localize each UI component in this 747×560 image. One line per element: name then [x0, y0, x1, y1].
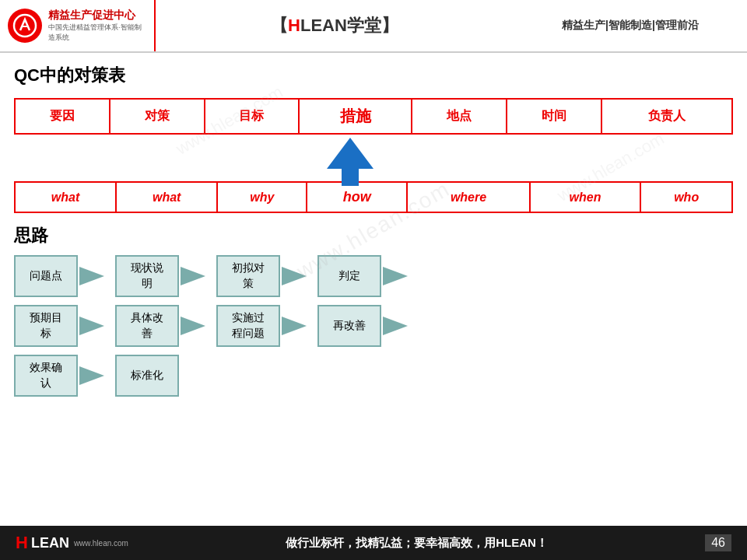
arrow-right-icon-2: [181, 267, 215, 285]
how-row-table: what what why how where when who: [14, 181, 733, 213]
arrow-right-icon-5: [79, 317, 114, 335]
qc-table: 要因 对策 目标 措施 地点 时间 负责人: [14, 98, 733, 135]
footer-h: H: [16, 533, 28, 553]
col-header-1: 对策: [110, 99, 205, 134]
col-header-0: 要因: [15, 99, 110, 134]
cell-when: when: [530, 182, 641, 212]
cell-where: where: [407, 182, 530, 212]
cell-who: who: [640, 182, 732, 212]
col-header-3: 措施: [299, 99, 412, 134]
arrow-right-icon-3: [282, 267, 316, 285]
arrow-head: [327, 138, 374, 169]
arrow-body: [342, 169, 359, 186]
flow-arrow-8: [381, 315, 419, 337]
flow-box-standardize: 标准化: [115, 355, 179, 397]
brand-h: H: [288, 16, 300, 35]
arrow-right-icon-4: [383, 267, 417, 285]
main-content: www.hlean.com www.hlean.com www.hlean.co…: [0, 53, 747, 397]
flow-arrow-2: [179, 265, 216, 287]
table-header-row: 要因 对策 目标 措施 地点 时间 负责人: [15, 99, 732, 134]
footer-page: 46: [705, 534, 731, 551]
flow-arrow-3: [280, 265, 317, 287]
footer-url: www.hlean.com: [74, 539, 128, 548]
flow-box-improve: 具体改善: [115, 305, 179, 347]
cell-what-1: what: [15, 182, 116, 212]
bracket-left: 【: [271, 16, 288, 35]
logo-text: 精益生产促进中心 中国先进精益管理体系·智能制造系统: [48, 9, 146, 43]
silu-title: 思路: [14, 224, 733, 247]
footer-logo: H LEAN www.hlean.com: [16, 533, 128, 553]
flow-box-draft: 初拟对策: [216, 255, 280, 297]
arrow-row: [14, 135, 733, 181]
footer-lean: LEAN: [31, 535, 69, 551]
arrow-right-icon-1: [79, 267, 114, 285]
flow-box-judge: 判定: [317, 255, 381, 297]
col-header-2: 目标: [205, 99, 300, 134]
flow-arrow-1: [78, 265, 115, 287]
arrow-right-icon-8: [383, 317, 417, 335]
flow-box-status: 现状说明: [115, 255, 179, 297]
flow-arrow-9: [78, 365, 115, 387]
header-center: 【HLEAN学堂】: [156, 14, 514, 37]
flow-arrow-7: [280, 315, 317, 337]
flow-box-goal: 预期目标: [14, 305, 78, 347]
arrow-right-icon-9: [79, 366, 114, 385]
col-header-4: 地点: [412, 99, 507, 134]
brand-lean: LEAN: [300, 16, 347, 35]
col-header-6: 负责人: [601, 99, 732, 134]
bracket-right: 】: [381, 16, 398, 35]
flow-arrow-6: [179, 315, 216, 337]
flow-row-3: 效果确认 标准化: [14, 355, 733, 397]
logo-main-title: 精益生产促进中心: [48, 9, 146, 23]
header-right: 精益生产|智能制造|管理前沿: [514, 19, 747, 33]
flow-arrow-5: [78, 315, 115, 337]
cell-what-2: what: [116, 182, 217, 212]
footer: H LEAN www.hlean.com 做行业标杆，找精弘益；要幸福高效，用H…: [0, 526, 747, 560]
cell-why: why: [217, 182, 307, 212]
flow-arrow-4: [381, 265, 419, 287]
header: 精益生产促进中心 中国先进精益管理体系·智能制造系统 【HLEAN学堂】 精益生…: [0, 0, 747, 53]
page-title: QC中的对策表: [14, 64, 733, 87]
arrow-right-icon-6: [181, 317, 215, 335]
flow-box-reimprove: 再改善: [317, 305, 381, 347]
arrow-right-icon-7: [282, 317, 316, 335]
flow-box-issue: 问题点: [14, 255, 78, 297]
flow-box-implement: 实施过程问题: [216, 305, 280, 347]
how-data-row: what what why how where when who: [15, 182, 732, 212]
logo-area: 精益生产促进中心 中国先进精益管理体系·智能制造系统: [0, 0, 156, 51]
flow-box-verify: 效果确认: [14, 355, 78, 397]
logo-icon: [8, 9, 42, 43]
content-area: www.hlean.com www.hlean.com www.hlean.co…: [14, 64, 733, 397]
col-header-5: 时间: [507, 99, 601, 134]
flow-row-1: 问题点 现状说明 初拟对策 判定: [14, 255, 733, 297]
flow-container: 问题点 现状说明 初拟对策 判定 预期目标: [14, 255, 733, 397]
cell-how: how: [307, 182, 407, 212]
logo-sub-title: 中国先进精益管理体系·智能制造系统: [48, 23, 146, 43]
footer-slogan: 做行业标杆，找精弘益；要幸福高效，用HLEAN！: [286, 536, 548, 551]
flow-row-2: 预期目标 具体改善 实施过程问题 再改善: [14, 305, 733, 347]
brand-school: 学堂: [347, 16, 381, 35]
